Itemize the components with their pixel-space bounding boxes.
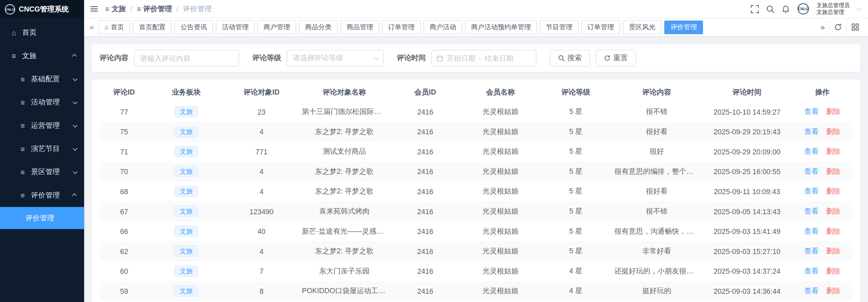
cell-target-id: 4 — [224, 122, 299, 142]
delete-link[interactable]: 删除 — [826, 127, 840, 135]
delete-link[interactable]: 删除 — [826, 227, 840, 235]
tab-product-mgmt[interactable]: 商品管理 — [341, 20, 379, 34]
start-date-input[interactable] — [446, 54, 477, 62]
cell-time: 2025-09-29 20:09:00 — [702, 141, 792, 162]
table-row: 77 文旅 23 第十三届门德尔松国际钢琴... 2416 光灵根姑娘 5 星 … — [100, 102, 853, 122]
chevron-down-icon — [374, 55, 379, 60]
comment-content-input[interactable] — [134, 50, 239, 66]
table-row: 66 文旅 40 新芒·盐途有光——灵感沙龙 2416 光灵根姑娘 5 星 很有… — [100, 221, 853, 241]
cell-member-id: 2416 — [390, 162, 461, 182]
sidebar-item-activity-mgmt[interactable]: ≡ 活动管理 — [0, 91, 84, 114]
tab-announcements[interactable]: 公告资讯 — [175, 20, 213, 34]
view-link[interactable]: 查看 — [804, 107, 818, 116]
delete-link[interactable]: 删除 — [826, 247, 840, 255]
delete-link[interactable]: 删除 — [826, 287, 840, 295]
tab-merchant-activity[interactable]: 商户活动 — [424, 20, 462, 34]
cell-target-name: POKIDDO口袋屋运动工场店 — [299, 281, 389, 301]
delete-link[interactable]: 删除 — [826, 107, 840, 116]
view-link[interactable]: 查看 — [804, 247, 818, 255]
tab-program-mgmt[interactable]: 节目管理 — [540, 20, 578, 34]
view-link[interactable]: 查看 — [804, 187, 818, 195]
tab-order-mgmt[interactable]: 订单管理 — [382, 20, 421, 34]
chevron-down-icon — [73, 77, 78, 81]
view-link[interactable]: 查看 — [804, 207, 818, 215]
module-tag: 文旅 — [175, 146, 198, 157]
cell-module: 文旅 — [149, 102, 224, 122]
comment-content-label: 评论内容 — [100, 53, 129, 63]
cell-target-name: 测试支付商品 — [299, 141, 389, 162]
sidebar-item-culture-tourism[interactable]: ≡ 文旅 — [0, 44, 84, 67]
cell-module: 文旅 — [149, 182, 224, 202]
cell-content: 很不错 — [611, 201, 702, 221]
tab-activity-mgmt[interactable]: 活动管理 — [216, 20, 255, 34]
tab-merchant-mgmt[interactable]: 商户管理 — [258, 20, 296, 34]
delete-link[interactable]: 删除 — [826, 207, 840, 215]
comment-level-select[interactable]: 请选择评论等级 — [287, 50, 384, 66]
cell-level: 5 星 — [540, 102, 611, 122]
user-info[interactable]: 文旅总管理员 文旅总管理 — [817, 2, 850, 16]
cell-level: 5 星 — [540, 122, 611, 142]
tab-merchant-activity-booking[interactable]: 商户活动预约单管理 — [465, 20, 537, 34]
view-link[interactable]: 查看 — [804, 227, 818, 235]
end-date-input[interactable] — [484, 54, 514, 62]
search-icon[interactable] — [766, 5, 774, 13]
tab-home-config[interactable]: 首页配置 — [133, 20, 172, 34]
tab-scenic-views[interactable]: 景区风光 — [623, 20, 661, 34]
tabs-list: ⌂ 首页 首页配置 公告资讯 活动管理 商户管理 商品分类 商品管理 订单管理 … — [98, 20, 813, 34]
cell-target-name: 东之梦2: 寻梦之歌 — [299, 182, 389, 202]
reset-button[interactable]: 重置 — [596, 50, 636, 66]
delete-link[interactable]: 删除 — [826, 167, 840, 175]
chevron-up-icon — [72, 194, 77, 198]
fullscreen-icon[interactable] — [751, 5, 759, 13]
view-link[interactable]: 查看 — [804, 127, 818, 135]
bell-icon[interactable] — [782, 5, 790, 13]
sidebar-item-performances[interactable]: ≡ 演艺节目 — [0, 137, 84, 160]
cell-actions: 查看 删除 — [792, 221, 852, 241]
module-tag: 文旅 — [175, 246, 198, 257]
view-link[interactable]: 查看 — [804, 147, 818, 155]
view-link[interactable]: 查看 — [804, 167, 818, 175]
tabs-scroll-left-icon[interactable]: « — [88, 23, 95, 32]
breadcrumb-item[interactable]: ≡ 文旅 — [105, 4, 126, 14]
tab-home[interactable]: ⌂ 首页 — [98, 20, 130, 34]
delete-link[interactable]: 删除 — [826, 267, 840, 275]
tabs-scroll-right-icon[interactable]: » — [816, 20, 829, 34]
breadcrumb-separator: / — [130, 5, 132, 13]
grid-icon[interactable] — [847, 20, 864, 34]
cell-content: 非常好看 — [611, 241, 702, 261]
tab-product-category[interactable]: 商品分类 — [299, 20, 338, 34]
header-actions: CNLG 文旅总管理员 文旅总管理 — [751, 2, 860, 16]
sidebar-item-label: 基础配置 — [31, 74, 60, 84]
table-row: 70 文旅 4 东之梦2: 寻梦之歌 2416 光灵根姑娘 5 星 很有意思的编… — [100, 162, 853, 182]
cell-time: 2025-09-29 20:15:43 — [702, 122, 792, 142]
breadcrumb-item[interactable]: ≡ 评价管理 — [137, 4, 172, 14]
view-link[interactable]: 查看 — [804, 287, 818, 295]
sidebar-item-review-mgmt-leaf[interactable]: 评价管理 — [0, 207, 84, 229]
sidebar-item-basic-config[interactable]: ≡ 基础配置 — [0, 67, 84, 90]
sidebar-item-home[interactable]: ⌂ 首页 — [0, 21, 84, 44]
hamburger-icon[interactable] — [90, 4, 99, 13]
view-link[interactable]: 查看 — [804, 267, 818, 275]
table-row: 68 文旅 4 东之梦2: 寻梦之歌 2416 光灵根姑娘 5 星 很好看 20… — [100, 182, 853, 202]
chevron-down-icon — [73, 123, 78, 128]
tab-review-mgmt[interactable]: 评价管理 — [664, 20, 703, 34]
delete-link[interactable]: 删除 — [826, 187, 840, 195]
cell-comment-id: 75 — [100, 122, 149, 142]
sidebar-item-review-mgmt[interactable]: ≡ 评价管理 — [0, 184, 84, 207]
sidebar-item-scenic-mgmt[interactable]: ≡ 景区管理 — [0, 161, 84, 184]
search-button[interactable]: 搜索 — [550, 50, 590, 66]
cell-member-id: 2416 — [390, 201, 461, 221]
tab-order-mgmt-2[interactable]: 订单管理 — [581, 20, 620, 34]
refresh-icon[interactable] — [829, 20, 846, 34]
module-tag: 文旅 — [175, 126, 198, 137]
breadcrumb: ≡ 文旅 / ≡ 评价管理 / 评价管理 — [105, 4, 212, 14]
table-row: 75 文旅 4 东之梦2: 寻梦之歌 2416 光灵根姑娘 5 星 很好看 20… — [100, 122, 853, 142]
filter-comment-level: 评论等级 请选择评论等级 — [252, 50, 384, 66]
comment-time-range[interactable]: - — [431, 50, 536, 66]
sidebar-item-label: 活动管理 — [31, 97, 60, 107]
delete-link[interactable]: 删除 — [826, 147, 840, 155]
sidebar-item-operations-mgmt[interactable]: ≡ 运营管理 — [0, 114, 84, 137]
avatar[interactable]: CNLG — [797, 3, 809, 15]
cell-target-name: 东之梦2: 寻梦之歌 — [299, 162, 389, 182]
sidebar-item-label: 运营管理 — [31, 121, 60, 131]
